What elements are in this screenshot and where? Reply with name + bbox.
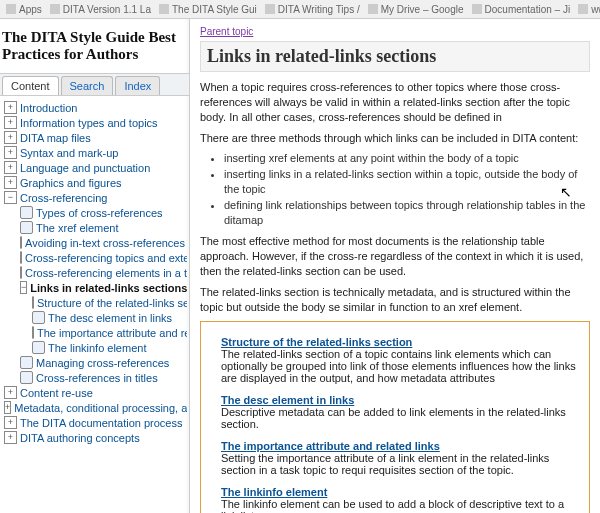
nav-item[interactable]: Managing cross-references <box>4 355 187 370</box>
favicon-icon <box>472 4 482 14</box>
sidebar-title: The DITA Style Guide Best Practices for … <box>0 19 189 73</box>
nav-item[interactable]: +The DITA documentation process <box>4 415 187 430</box>
nav-item[interactable]: The xref element <box>4 220 187 235</box>
nav-item[interactable]: Types of cross-references <box>4 205 187 220</box>
nav-item[interactable]: The importance attribute and related lin… <box>4 325 187 340</box>
folder-icon: − <box>4 191 17 204</box>
tab-index[interactable]: Index <box>115 76 160 95</box>
document-icon <box>32 311 45 324</box>
document-icon <box>20 251 22 264</box>
browser-tab[interactable]: Documentation – Ji <box>472 4 571 15</box>
browser-tab[interactable]: DITA Version 1.1 La <box>50 4 151 15</box>
folder-icon: + <box>4 401 11 414</box>
browser-tab[interactable]: Apps <box>6 4 42 15</box>
favicon-icon <box>6 4 16 14</box>
browser-tab[interactable]: DITA Writing Tips / <box>265 4 360 15</box>
related-link-item: Structure of the related-links section T… <box>221 336 579 384</box>
document-icon <box>32 296 34 309</box>
nav-item[interactable]: +Metadata, conditional processing, and i… <box>4 400 187 415</box>
bullet-list: inserting xref elements at any point wit… <box>224 151 590 228</box>
tab-label: The DITA Style Gui <box>172 4 257 15</box>
related-link-item: The linkinfo element The linkinfo elemen… <box>221 486 579 513</box>
nav-item[interactable]: +DITA map files <box>4 130 187 145</box>
paragraph: The related-links section is technically… <box>200 285 590 315</box>
nav-item-label: Types of cross-references <box>36 207 163 219</box>
related-link-title[interactable]: The importance attribute and related lin… <box>221 440 579 452</box>
tab-label: DITA Writing Tips / <box>278 4 360 15</box>
document-icon <box>20 266 22 279</box>
nav-item[interactable]: +Introduction <box>4 100 187 115</box>
favicon-icon <box>578 4 588 14</box>
folder-icon: + <box>4 431 17 444</box>
nav-item[interactable]: +Syntax and mark-up <box>4 145 187 160</box>
related-link-title[interactable]: The linkinfo element <box>221 486 579 498</box>
favicon-icon <box>368 4 378 14</box>
nav-item-label: Structure of the related-links section <box>37 297 187 309</box>
document-icon <box>20 206 33 219</box>
favicon-icon <box>265 4 275 14</box>
tab-label: My Drive – Google <box>381 4 464 15</box>
nav-item[interactable]: Avoiding in-text cross-references to top… <box>4 235 187 250</box>
nav-item[interactable]: Structure of the related-links section <box>4 295 187 310</box>
nav-item[interactable]: +DITA authoring concepts <box>4 430 187 445</box>
nav-item[interactable]: The linkinfo element <box>4 340 187 355</box>
paragraph: There are three methods through which li… <box>200 131 590 146</box>
nav-item[interactable]: +Language and punctuation <box>4 160 187 175</box>
document-icon <box>32 326 34 339</box>
nav-item[interactable]: The desc element in links <box>4 310 187 325</box>
folder-icon: + <box>4 161 17 174</box>
nav-item-label: Information types and topics <box>20 117 158 129</box>
tab-search[interactable]: Search <box>61 76 114 95</box>
related-link-desc: The related-links section of a topic con… <box>221 348 579 384</box>
nav-item-label: Graphics and figures <box>20 177 122 189</box>
nav-item[interactable]: Cross-references in titles <box>4 370 187 385</box>
nav-item-label: Language and punctuation <box>20 162 150 174</box>
document-icon <box>20 371 33 384</box>
tab-content[interactable]: Content <box>2 76 59 95</box>
nav-item[interactable]: Cross-referencing topics and external re… <box>4 250 187 265</box>
related-link-title[interactable]: Structure of the related-links section <box>221 336 579 348</box>
tab-label: Documentation – Ji <box>485 4 571 15</box>
related-link-desc: The linkinfo element can be used to add … <box>221 498 579 513</box>
sidebar: The DITA Style Guide Best Practices for … <box>0 19 190 513</box>
folder-icon: + <box>4 416 17 429</box>
folder-icon: + <box>4 116 17 129</box>
content-pane: ↖ Parent topic Links in related-links se… <box>190 19 600 513</box>
document-icon <box>32 341 45 354</box>
folder-icon: + <box>4 131 17 144</box>
nav-item-label: Content re-use <box>20 387 93 399</box>
browser-tab[interactable]: www.santaclaral <box>578 4 600 15</box>
document-icon <box>20 236 22 249</box>
nav-item[interactable]: Cross-referencing elements in a topic <box>4 265 187 280</box>
paragraph: The most effective method for most docum… <box>200 234 590 279</box>
nav-item-label: Cross-referencing topics and external re… <box>25 252 187 264</box>
related-link-title[interactable]: The desc element in links <box>221 394 579 406</box>
page-title: Links in related-links sections <box>200 41 590 72</box>
nav-item[interactable]: +Graphics and figures <box>4 175 187 190</box>
browser-tab[interactable]: My Drive – Google <box>368 4 464 15</box>
nav-item-label: Cross-references in titles <box>36 372 158 384</box>
document-icon <box>20 221 33 234</box>
related-link-item: The desc element in links Descriptive me… <box>221 394 579 430</box>
browser-tab[interactable]: The DITA Style Gui <box>159 4 257 15</box>
nav-item-label: Metadata, conditional processing, and in… <box>14 402 187 414</box>
related-link-desc: Setting the importance attribute of a li… <box>221 452 579 476</box>
list-item: inserting links in a related-links secti… <box>224 167 590 198</box>
mouse-cursor-icon: ↖ <box>560 184 572 200</box>
nav-item-label: The xref element <box>36 222 119 234</box>
nav-item[interactable]: −Cross-referencing <box>4 190 187 205</box>
related-link-item: The importance attribute and related lin… <box>221 440 579 476</box>
nav-item-label: Links in related-links sections <box>30 282 187 294</box>
document-icon <box>20 356 33 369</box>
nav-item[interactable]: −Links in related-links sections <box>4 280 187 295</box>
nav-item-label: The linkinfo element <box>48 342 146 354</box>
nav-item[interactable]: +Information types and topics <box>4 115 187 130</box>
nav-item[interactable]: +Content re-use <box>4 385 187 400</box>
list-item: inserting xref elements at any point wit… <box>224 151 590 166</box>
nav-item-label: Syntax and mark-up <box>20 147 118 159</box>
folder-icon: + <box>4 386 17 399</box>
list-item: defining link relationships between topi… <box>224 198 590 229</box>
folder-icon: + <box>4 101 17 114</box>
parent-topic-link[interactable]: Parent topic <box>200 26 253 37</box>
nav-item-label: The desc element in links <box>48 312 172 324</box>
